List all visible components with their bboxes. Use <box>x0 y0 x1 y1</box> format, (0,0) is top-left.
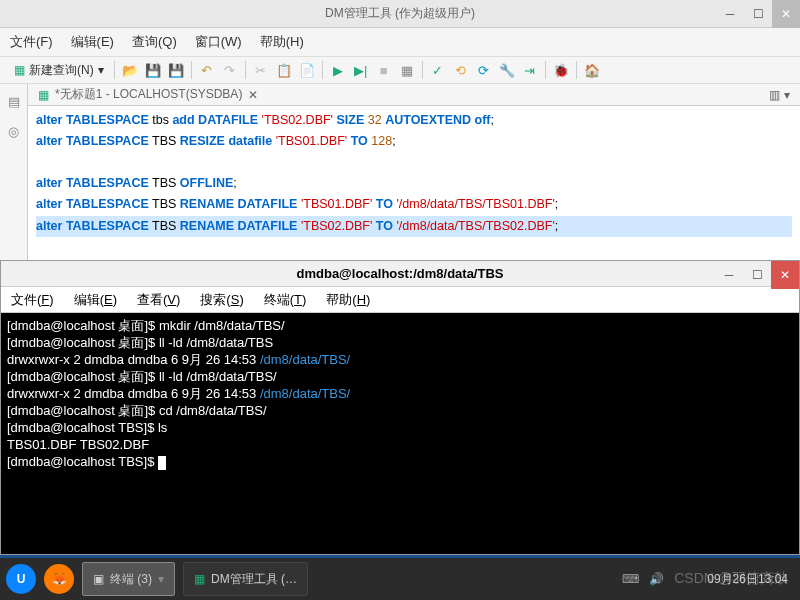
minimize-button[interactable]: ─ <box>716 0 744 28</box>
terminal-minimize-button[interactable]: ─ <box>715 261 743 289</box>
rollback-icon[interactable]: ⟲ <box>450 59 472 81</box>
terminal-title: dmdba@localhost:/dm8/data/TBS <box>297 266 504 281</box>
menu-file[interactable]: 文件(F) <box>10 33 53 51</box>
tray-keyboard-icon[interactable]: ⌨ <box>622 572 639 586</box>
new-query-button[interactable]: ▦新建查询(N)▾ <box>8 59 110 81</box>
tab-menu-icon[interactable]: ▾ <box>784 88 790 102</box>
firefox-icon[interactable]: 🦊 <box>44 564 74 594</box>
home-icon[interactable]: 🏠 <box>581 59 603 81</box>
refresh-icon[interactable]: ⟳ <box>473 59 495 81</box>
run-icon[interactable]: ▶ <box>327 59 349 81</box>
tray-time: 09月26日13:04 <box>707 571 788 588</box>
ide-toolbar: ▦新建查询(N)▾ 📂 💾 💾 ↶ ↷ ✂ 📋 📄 ▶ ▶| ■ ▦ ✓ ⟲ ⟳… <box>0 56 800 84</box>
tool2-icon[interactable]: ⇥ <box>519 59 541 81</box>
menu-help[interactable]: 帮助(H) <box>260 33 304 51</box>
menu-edit[interactable]: 编辑(E) <box>71 33 114 51</box>
undo-icon[interactable]: ↶ <box>196 59 218 81</box>
stop-icon[interactable]: ■ <box>373 59 395 81</box>
taskbar-dm-label: DM管理工具 (… <box>211 571 297 588</box>
menu-query[interactable]: 查询(Q) <box>132 33 177 51</box>
taskbar-item-dm[interactable]: ▦ DM管理工具 (… <box>183 562 308 596</box>
start-button[interactable]: U <box>6 564 36 594</box>
terminal-body[interactable]: [dmdba@localhost 桌面]$ mkdir /dm8/data/TB… <box>1 313 799 554</box>
bug-icon[interactable]: 🐞 <box>550 59 572 81</box>
terminal-close-button[interactable]: ✕ <box>771 261 799 289</box>
taskbar-terminal-label: 终端 (3) <box>110 571 152 588</box>
term-menu-view[interactable]: 查看(V) <box>137 291 180 309</box>
copy-icon[interactable]: 📋 <box>273 59 295 81</box>
open-icon[interactable]: 📂 <box>119 59 141 81</box>
tab-title: *无标题1 - LOCALHOST(SYSDBA) <box>55 86 242 103</box>
term-menu-edit[interactable]: 编辑(E) <box>74 291 117 309</box>
save-all-icon[interactable]: 💾 <box>165 59 187 81</box>
split-icon[interactable]: ▥ <box>769 88 780 102</box>
cut-icon[interactable]: ✂ <box>250 59 272 81</box>
ide-menubar: 文件(F) 编辑(E) 查询(Q) 窗口(W) 帮助(H) <box>0 28 800 56</box>
db-icon[interactable]: ▤ <box>3 90 25 112</box>
terminal-maximize-button[interactable]: ☐ <box>743 261 771 289</box>
explain-icon[interactable]: ▦ <box>396 59 418 81</box>
term-menu-terminal[interactable]: 终端(T) <box>264 291 307 309</box>
editor-tab[interactable]: ▦ *无标题1 - LOCALHOST(SYSDBA) ✕ ▥ ▾ <box>28 84 800 106</box>
maximize-button[interactable]: ☐ <box>744 0 772 28</box>
taskbar-item-terminal[interactable]: ▣ 终端 (3) ▾ <box>82 562 175 596</box>
tray-volume-icon[interactable]: 🔊 <box>649 572 664 586</box>
close-button[interactable]: ✕ <box>772 0 800 28</box>
terminal-icon: ▣ <box>93 572 104 586</box>
redo-icon[interactable]: ↷ <box>219 59 241 81</box>
terminal-window: dmdba@localhost:/dm8/data/TBS ─ ☐ ✕ 文件(F… <box>0 260 800 555</box>
ide-titlebar: DM管理工具 (作为超级用户) ─ ☐ ✕ <box>0 0 800 28</box>
dm-icon: ▦ <box>194 572 205 586</box>
commit-icon[interactable]: ✓ <box>427 59 449 81</box>
terminal-titlebar: dmdba@localhost:/dm8/data/TBS ─ ☐ ✕ <box>1 261 799 287</box>
term-menu-file[interactable]: 文件(F) <box>11 291 54 309</box>
menu-window[interactable]: 窗口(W) <box>195 33 242 51</box>
paste-icon[interactable]: 📄 <box>296 59 318 81</box>
term-menu-help[interactable]: 帮助(H) <box>326 291 370 309</box>
debug-icon[interactable]: ▶| <box>350 59 372 81</box>
tool1-icon[interactable]: 🔧 <box>496 59 518 81</box>
outline-icon[interactable]: ◎ <box>3 120 25 142</box>
tab-close-icon[interactable]: ✕ <box>248 88 258 102</box>
term-menu-search[interactable]: 搜索(S) <box>200 291 243 309</box>
terminal-menubar: 文件(F) 编辑(E) 查看(V) 搜索(S) 终端(T) 帮助(H) <box>1 287 799 313</box>
save-icon[interactable]: 💾 <box>142 59 164 81</box>
taskbar: U 🦊 ▣ 终端 (3) ▾ ▦ DM管理工具 (… ⌨ 🔊 CSDN @羽俯商… <box>0 558 800 600</box>
ide-title: DM管理工具 (作为超级用户) <box>325 5 475 22</box>
